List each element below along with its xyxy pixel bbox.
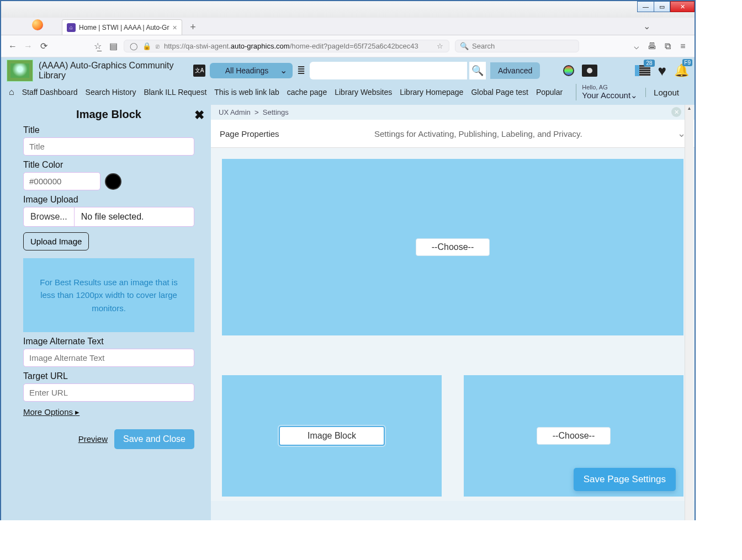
bookmark-save-icon[interactable]: ☆̲: [93, 41, 103, 51]
nav-back-icon[interactable]: ←: [8, 41, 18, 51]
vertical-scrollbar[interactable]: ▴: [685, 105, 693, 520]
color-swatch[interactable]: [105, 173, 121, 190]
save-and-close-button[interactable]: Save and Close: [114, 429, 194, 449]
lock-icon: 🔒: [142, 42, 151, 50]
slot-dropdown-right[interactable]: --Choose--: [537, 427, 611, 445]
image-upload-label: Image Upload: [23, 195, 194, 205]
close-panel-icon[interactable]: ✖: [194, 108, 204, 122]
panel-close-icon[interactable]: ✕: [671, 107, 681, 117]
tip-box: For Best Results use an image that is le…: [23, 258, 194, 332]
search-icon: 🔍: [460, 42, 469, 50]
sidebar-panel: Image Block ✖ Title Title Color Image Up…: [1, 105, 211, 520]
window-titlebar: — ▭ ✕: [1, 1, 695, 18]
scroll-up-icon[interactable]: ▴: [685, 105, 693, 111]
nav-blank-ill[interactable]: Blank ILL Request: [144, 88, 206, 97]
catalog-search-input[interactable]: [310, 62, 467, 79]
browser-tab-strip: ⌂ Home | STWI | AAAA | Auto-Gr × + ⌄: [1, 18, 695, 35]
tab-close-icon[interactable]: ×: [172, 23, 177, 32]
main-nav: ⌂ Staff Dashboard Search History Blank I…: [1, 82, 695, 105]
window-maximize-button[interactable]: ▭: [654, 1, 670, 12]
bookmark-star-icon[interactable]: ☆: [437, 42, 443, 50]
slot-dropdown-big[interactable]: --Choose--: [416, 238, 490, 256]
badge-count: 28: [644, 60, 654, 67]
title-label: Title: [23, 125, 194, 135]
browser-search-box[interactable]: 🔍 Search: [455, 40, 579, 52]
camera-icon[interactable]: [582, 65, 597, 77]
tab-title: Home | STWI | AAAA | Auto-Gr: [79, 24, 169, 31]
title-input[interactable]: [23, 137, 194, 156]
favorites-icon[interactable]: ♥: [658, 62, 666, 79]
breadcrumb-ux-admin[interactable]: UX Admin: [219, 108, 251, 116]
window-minimize-button[interactable]: —: [637, 1, 654, 12]
nav-library-websites[interactable]: Library Websites: [335, 88, 392, 97]
logout-link[interactable]: Logout: [645, 88, 687, 97]
reload-icon[interactable]: ⟳: [39, 41, 49, 51]
database-icon[interactable]: ≣: [297, 65, 305, 77]
home-icon[interactable]: ⌂: [9, 87, 14, 97]
browser-tab[interactable]: ⌂ Home | STWI | AAAA | Auto-Gr ×: [62, 19, 182, 35]
page-canvas: --Choose-- Image Block --Choose-- Save P…: [211, 148, 695, 501]
app-header: (AAAA) Auto-Graphics Community Library 文…: [1, 57, 695, 82]
main-panel: UX Admin > Settings ✕ Page Properties Se…: [211, 105, 695, 520]
account-menu[interactable]: Hello, AG Your Account⌄: [576, 84, 638, 100]
browse-button[interactable]: Browse...: [24, 207, 75, 226]
nav-staff-dashboard[interactable]: Staff Dashboard: [22, 88, 78, 97]
favicon-icon: ⌂: [67, 23, 76, 32]
caret-right-icon: ▸: [75, 407, 80, 417]
nav-cache-page[interactable]: cache page: [287, 88, 327, 97]
library-icon[interactable]: ▤: [108, 41, 118, 51]
id-card-button[interactable]: 28: [635, 65, 650, 76]
title-color-input[interactable]: [23, 172, 100, 190]
advanced-search-button[interactable]: Advanced: [490, 62, 540, 79]
extensions-icon[interactable]: ⧉: [662, 41, 672, 51]
permissions-icon: ⎚: [156, 43, 160, 50]
more-options-link[interactable]: More Options ▸: [23, 407, 194, 417]
tab-list-chevron-icon[interactable]: ⌄: [643, 21, 650, 31]
id-card-icon: [635, 65, 650, 76]
breadcrumb-settings[interactable]: Settings: [263, 108, 289, 116]
library-logo[interactable]: [7, 60, 33, 82]
layout-slot-full[interactable]: --Choose--: [222, 159, 683, 335]
browser-toolbar: ← → ⟳ ☆̲ ▤ ◯ 🔒 ⎚ https://qa-stwi-agent.a…: [1, 35, 695, 57]
preview-link[interactable]: Preview: [78, 434, 108, 444]
layout-slot-left[interactable]: Image Block: [222, 375, 442, 497]
new-tab-button[interactable]: +: [186, 19, 201, 35]
nav-popular[interactable]: Popular: [536, 88, 563, 97]
nav-web-link-lab[interactable]: This is web link lab: [214, 88, 279, 97]
headings-dropdown[interactable]: All Headings: [210, 63, 293, 78]
hello-user: Hello, AG: [582, 84, 607, 90]
pocket-icon[interactable]: ⌵: [632, 41, 642, 51]
nav-global-page-test[interactable]: Global Page test: [471, 88, 528, 97]
page-properties-desc: Settings for Activating, Publishing, Lab…: [279, 129, 677, 138]
url-bar[interactable]: ◯ 🔒 ⎚ https://qa-stwi-agent.auto-graphic…: [124, 40, 449, 52]
search-button-icon[interactable]: 🔍: [469, 62, 486, 79]
page-properties-title: Page Properties: [220, 129, 279, 138]
target-url-label: Target URL: [23, 371, 194, 381]
your-account-label: Your Account: [582, 90, 630, 100]
alt-text-input[interactable]: [23, 349, 194, 367]
file-status: No file selected.: [75, 207, 151, 226]
shield-icon: ◯: [130, 42, 138, 50]
translate-icon[interactable]: 文A: [193, 65, 205, 77]
page-properties-bar[interactable]: Page Properties Settings for Activating,…: [211, 120, 695, 148]
upload-image-button[interactable]: Upload Image: [23, 232, 89, 250]
slot-dropdown-left[interactable]: Image Block: [279, 426, 385, 446]
library-name: (AAAA) Auto-Graphics Community Library: [39, 61, 182, 81]
chevron-down-icon: ⌄: [630, 90, 638, 100]
sidebar-title: Image Block: [23, 108, 194, 121]
window-close-button[interactable]: ✕: [670, 1, 695, 12]
breadcrumb: UX Admin > Settings: [211, 105, 695, 120]
save-page-settings-button[interactable]: Save Page Settings: [574, 468, 676, 491]
search-placeholder: Search: [472, 42, 495, 50]
f9-badge: F9: [682, 59, 692, 66]
file-input[interactable]: Browse... No file selected.: [23, 207, 194, 227]
hamburger-menu-icon[interactable]: ≡: [678, 41, 688, 51]
nav-forward-icon: →: [23, 41, 33, 51]
print-icon[interactable]: 🖶: [647, 41, 657, 51]
target-url-input[interactable]: [23, 383, 194, 402]
nav-library-homepage[interactable]: Library Homepage: [400, 88, 463, 97]
lightbulb-icon[interactable]: [563, 65, 574, 76]
title-color-label: Title Color: [23, 160, 194, 170]
nav-search-history[interactable]: Search History: [86, 88, 136, 97]
url-text: https://qa-stwi-agent.auto-graphics.com/…: [164, 42, 418, 50]
